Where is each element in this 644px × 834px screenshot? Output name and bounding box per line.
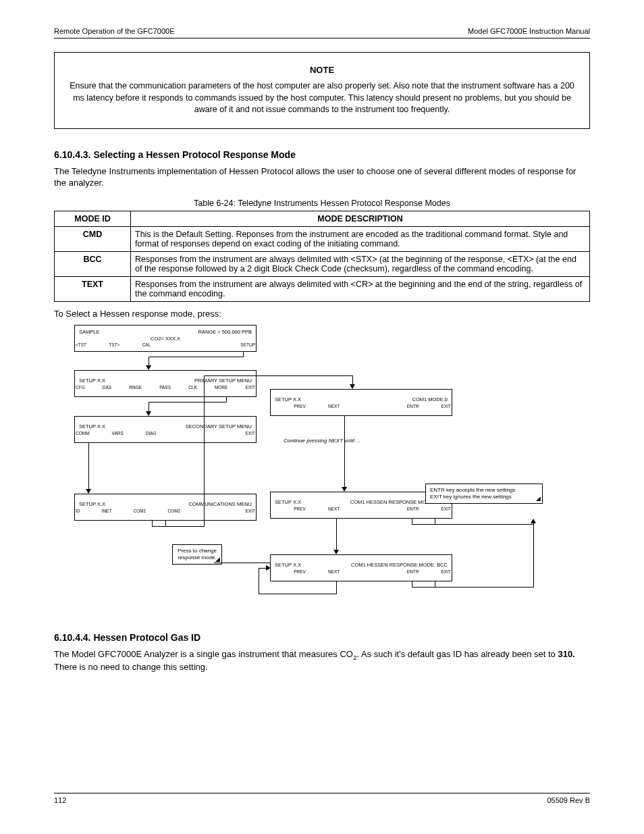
modes-table: MODE ID MODE DESCRIPTION CMD This is the… — [54, 211, 590, 302]
screen-hessen-bcc: SETUP X.XCOM1 HESSEN RESPONSE MODE: BCC … — [270, 554, 452, 581]
section-title-b: Hessen Protocol Gas ID — [93, 632, 200, 643]
screen-comm: SETUP X.XCOMMUNICATIONS MENU IDINETCOM1C… — [74, 494, 257, 521]
note-box: NOTE Ensure that the communication param… — [54, 52, 590, 129]
section-heading-b: 6.10.4.4. Hessen Protocol Gas ID — [54, 632, 590, 643]
page-number: 112 — [54, 796, 66, 804]
section-title: Selecting a Hessen Protocol Response Mod… — [93, 149, 296, 160]
anno-continue: Continue pressing NEXT until ... — [284, 438, 419, 444]
section-heading: 6.10.4.3. Selecting a Hessen Protocol Re… — [54, 149, 590, 160]
mode-desc: This is the Default Setting. Reponses fr… — [131, 226, 590, 251]
table-row: BCC Responses from the instrument are al… — [55, 251, 590, 276]
th-mode-desc: MODE DESCRIPTION — [131, 211, 590, 226]
mode-id: TEXT — [55, 276, 131, 301]
mode-desc: Responses from the instrument are always… — [131, 251, 590, 276]
header-left: Remote Operation of the GFC7000E — [54, 27, 175, 35]
table-row: TEXT Responses from the instrument are a… — [55, 276, 590, 301]
page-footer: 112 05509 Rev B — [54, 793, 590, 804]
note-title: NOTE — [68, 65, 576, 75]
screen-com1-mode: SETUP X.XCOM1 MODE:0 PREVNEXTENTREXIT — [270, 389, 452, 416]
header-right: Model GFC7000E Instruction Manual — [468, 27, 590, 35]
section-num: 6.10.4.3. — [54, 149, 91, 160]
screen-secondary: SETUP X.XSECONDARY SETUP MENU COMMVARSDI… — [74, 416, 257, 443]
doc-rev: 05509 Rev B — [547, 796, 590, 804]
page-header: Remote Operation of the GFC7000E Model G… — [54, 27, 590, 38]
select-line: To Select a Hessen response mode, press: — [54, 309, 590, 319]
section-para-b: The Model GFC7000E Analyzer is a single … — [54, 648, 590, 673]
section-num-b: 6.10.4.4. — [54, 632, 91, 643]
table-caption: Table 6-24: Teledyne Instruments Hessen … — [54, 199, 590, 208]
table-row: CMD This is the Default Setting. Reponse… — [55, 226, 590, 251]
note-body: Ensure that the communication parameters… — [68, 80, 576, 116]
section-para: The Teledyne Instruments implementation … — [54, 165, 590, 189]
mode-desc: Responses from the instrument are always… — [131, 276, 590, 301]
mode-id: CMD — [55, 226, 131, 251]
th-mode-id: MODE ID — [55, 211, 131, 226]
screen-sample: SAMPLERANGE = 500.000 PPB CO2= XXX.X <TS… — [74, 325, 257, 352]
screen-primary: SETUP X.XPRIMARY SETUP MENU CFGDASRNGEPA… — [74, 370, 257, 397]
flowchart: SAMPLERANGE = 500.000 PPB CO2= XXX.X <TS… — [54, 321, 594, 612]
anno-entr-exit: ENTR key accepts the new settings EXIT k… — [425, 484, 543, 504]
mode-id: BCC — [55, 251, 131, 276]
